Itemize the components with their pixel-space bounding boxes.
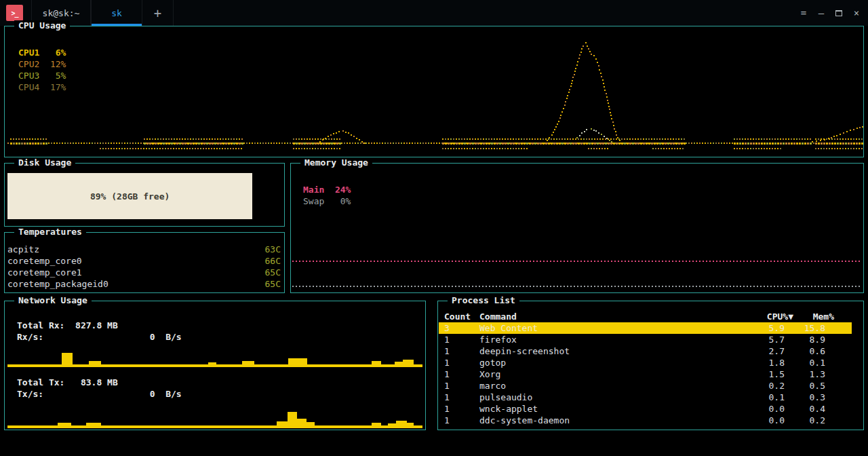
temperature-row: coretemp_packageid065C [5,278,284,290]
spark-bar [208,362,216,364]
spark-bar [58,423,71,425]
proc-command: pulseaudio [479,392,754,403]
process-rows: 3Web Content5.915.81firefox5.78.91deepin… [439,322,852,426]
sensor-value: 66C [265,255,281,267]
spark-bar [388,423,396,425]
panel-title: Network Usage [14,295,92,306]
process-row[interactable]: 1marco0.20.5 [439,380,852,392]
proc-cpu: 0.0 [754,415,793,426]
proc-count: 1 [444,392,479,403]
disk-gauge: 89% (28GB free) [7,173,283,219]
tx-baseline [7,425,422,428]
column-mem[interactable]: Mem% [793,311,834,322]
process-row-selected[interactable]: 3Web Content5.915.8 [439,322,852,334]
rx-baseline [7,364,422,367]
disk-gauge-label: 89% (28GB free) [90,191,170,202]
network-usage-panel: Network Usage Total Rx: 827.8 MB Rx/s: 0… [4,301,426,430]
process-row[interactable]: 1wnck-applet0.00.4 [439,403,852,415]
spark-bar [288,412,297,425]
panel-title: Memory Usage [300,157,372,168]
maximize-icon[interactable] [830,5,848,21]
proc-count: 3 [444,322,479,334]
column-cpu-sorted[interactable]: CPU%▼ [754,311,793,322]
close-icon[interactable]: × [848,5,865,21]
spark-bar [297,419,307,425]
spark-bar [396,421,407,425]
sensor-value: 65C [265,267,281,278]
spark-bar [407,423,414,425]
proc-cpu: 5.9 [754,322,793,334]
network-rx-total: Total Rx: 827.8 MB [17,320,118,331]
memory-main-line [292,261,862,262]
spark-bar [288,358,307,364]
cpu-history-chart [5,26,863,157]
new-tab-button[interactable]: + [142,0,174,26]
menu-icon[interactable]: = [795,5,812,21]
proc-command: gotop [479,357,754,368]
process-row[interactable]: 1deepin-screenshot2.70.6 [439,345,852,357]
panel-title: Process List [448,295,519,306]
process-row[interactable]: 1pulseaudio0.10.3 [439,392,852,403]
proc-command: Web Content [479,322,754,334]
terminal-app-icon[interactable]: >_ [6,5,23,21]
spark-bar [372,361,381,364]
proc-mem: 0.6 [793,345,834,357]
sensor-value: 63C [265,244,281,255]
proc-mem: 0.2 [793,415,834,426]
process-list-header: Count Command CPU%▼ Mem% [439,311,852,322]
sensor-name: coretemp_core1 [7,267,82,278]
window-controls: = — × [795,0,865,26]
network-tx-sparkline [7,400,422,428]
sensor-value: 65C [265,278,281,290]
column-count[interactable]: Count [444,311,479,322]
column-command[interactable]: Command [479,311,754,322]
panel-title: Temperatures [14,227,86,238]
memory-legend: Main 24%Swap 0% [303,184,351,207]
proc-count: 1 [444,334,479,345]
tab-sk[interactable]: sk [91,0,142,26]
spark-bar [62,353,73,364]
proc-mem: 0.3 [793,392,834,403]
sensor-name: coretemp_packageid0 [7,278,108,290]
process-row[interactable]: 1gotop1.80.1 [439,357,852,368]
spark-bar [395,362,403,364]
proc-mem: 0.4 [793,403,834,415]
process-row[interactable]: 1firefox5.78.9 [439,334,852,345]
memory-usage-panel: Memory Usage Main 24%Swap 0% [290,163,864,293]
proc-count: 1 [444,403,479,415]
sensor-name: coretemp_core0 [7,255,82,267]
proc-count: 1 [444,357,479,368]
disk-usage-panel: Disk Usage 89% (28GB free) [4,163,285,227]
proc-cpu: 0.1 [754,392,793,403]
plus-icon: + [154,5,161,20]
proc-count: 1 [444,368,479,380]
network-tx-total: Total Tx: 83.8 MB [17,377,118,388]
cpu-usage-panel: CPU Usage CPU1 6%CPU2 12%CPU3 5%CPU4 17% [4,26,864,157]
proc-command: firefox [479,334,754,345]
proc-mem: 0.5 [793,380,834,392]
proc-cpu: 2.7 [754,345,793,357]
temperature-row: coretemp_core165C [5,267,284,278]
proc-command: Xorg [479,368,754,380]
process-row[interactable]: 1Xorg1.51.3 [439,368,852,380]
proc-count: 1 [444,380,479,392]
disk-gauge-fill: 89% (28GB free) [7,173,252,219]
temperatures-panel: Temperatures acpitz63Ccoretemp_core066Cc… [4,232,285,293]
temperature-row: acpitz63C [5,244,284,255]
proc-command: ddc-system-daemon [479,415,754,426]
process-row[interactable]: 1ddc-system-daemon0.00.2 [439,415,852,426]
tab-label: sk [111,8,122,18]
minimize-icon[interactable]: — [812,5,830,21]
spark-bar [307,422,315,425]
legend-row: Main 24% [303,184,351,195]
proc-count: 1 [444,415,479,426]
temperature-list: acpitz63Ccoretemp_core066Ccoretemp_core1… [5,244,284,290]
proc-cpu: 0.2 [754,380,793,392]
titlebar: >_ sk@sk:~ sk + = — × [0,0,868,26]
network-rx-sparkline [7,339,422,367]
panel-title: Disk Usage [14,157,75,168]
proc-cpu: 0.0 [754,403,793,415]
proc-command: wnck-applet [479,403,754,415]
spark-bar [372,423,381,425]
spark-bar [242,361,254,364]
